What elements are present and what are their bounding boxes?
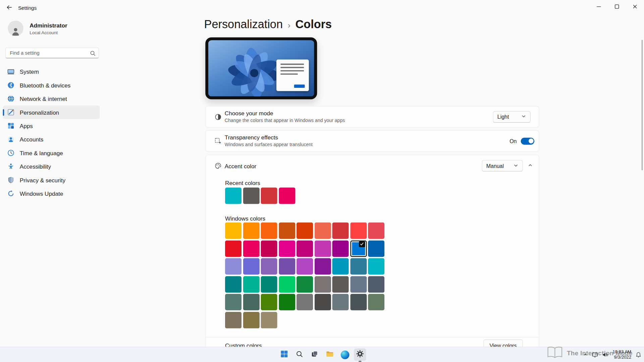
color-swatch[interactable] (261, 223, 277, 239)
window-controls (590, 0, 644, 15)
color-swatch[interactable] (350, 223, 367, 239)
transparency-subtitle: Windows and surfaces appear translucent (225, 142, 313, 147)
color-swatch[interactable] (243, 188, 259, 204)
color-swatch[interactable] (279, 294, 295, 310)
color-swatch[interactable] (225, 276, 241, 292)
start-button[interactable] (278, 349, 290, 361)
sidebar-item-time-language[interactable]: Time & language (3, 146, 100, 160)
back-button[interactable] (3, 2, 16, 14)
network-tray-icon[interactable] (592, 352, 598, 358)
color-swatch[interactable] (279, 258, 295, 275)
clock[interactable]: 10:03 AM 9/3/2022 (612, 349, 631, 360)
color-swatch[interactable] (225, 312, 241, 328)
sidebar-item-windows-update[interactable]: Windows Update (3, 187, 100, 200)
color-swatch[interactable] (368, 294, 384, 310)
titlebar: Settings (0, 0, 644, 16)
color-swatch[interactable] (243, 294, 259, 310)
color-swatch[interactable] (332, 240, 349, 257)
color-swatch[interactable] (261, 276, 277, 292)
color-swatch[interactable] (368, 240, 384, 257)
sidebar-item-apps[interactable]: Apps (3, 119, 100, 132)
color-swatch[interactable] (350, 276, 367, 292)
sidebar-item-system[interactable]: System (3, 65, 100, 78)
volume-tray-icon[interactable] (602, 352, 608, 358)
color-swatch[interactable] (279, 276, 295, 292)
book-icon (547, 346, 563, 361)
sidebar-item-label: Network & internet (20, 96, 67, 102)
color-swatch[interactable] (332, 258, 349, 275)
sidebar-item-bluetooth-devices[interactable]: Bluetooth & devices (3, 78, 100, 92)
color-swatch[interactable] (368, 258, 384, 275)
color-swatch[interactable] (314, 223, 331, 239)
color-swatch[interactable] (225, 188, 241, 204)
search-input[interactable] (6, 48, 99, 58)
color-swatch[interactable] (243, 258, 259, 275)
sidebar-item-personalization[interactable]: Personalization (3, 106, 100, 119)
color-swatch[interactable] (279, 223, 295, 239)
taskbar-search-button[interactable] (293, 349, 306, 361)
sidebar-item-privacy-security[interactable]: Privacy & security (3, 173, 100, 187)
task-view-button[interactable] (308, 349, 321, 361)
close-button[interactable] (626, 0, 644, 15)
account-header[interactable]: Administrator Local Account (8, 20, 67, 36)
color-swatch[interactable] (350, 258, 367, 275)
color-swatch[interactable] (314, 294, 331, 310)
color-swatch[interactable] (243, 223, 259, 239)
settings-taskbar-button[interactable] (354, 349, 366, 361)
collapse-button[interactable] (525, 161, 536, 171)
color-swatch[interactable] (314, 258, 331, 275)
transparency-card: Transparency effects Windows and surface… (205, 130, 539, 152)
sidebar-item-label: Bluetooth & devices (20, 82, 71, 88)
notification-bell-icon[interactable] (635, 352, 641, 358)
accent-title: Accent color (225, 163, 256, 170)
color-swatch[interactable] (314, 276, 331, 292)
transparency-toggle[interactable] (521, 137, 534, 144)
file-explorer-button[interactable] (323, 349, 336, 361)
accent-mode-dropdown[interactable]: Manual (482, 160, 523, 172)
sidebar-item-accounts[interactable]: Accounts (3, 133, 100, 146)
color-swatch[interactable] (297, 258, 313, 275)
taskbar: The Interaction Mode 10:03 AM 9/3/2022 (0, 347, 644, 362)
sidebar-item-network-internet[interactable]: Network & internet (3, 92, 100, 105)
color-swatch[interactable] (261, 312, 277, 328)
color-swatch[interactable] (243, 312, 259, 328)
color-swatch[interactable] (297, 240, 313, 257)
color-swatch[interactable] (225, 294, 241, 310)
color-swatch[interactable] (368, 223, 384, 239)
minimize-button[interactable] (590, 0, 608, 15)
color-swatch[interactable] (261, 188, 277, 204)
color-swatch[interactable] (243, 240, 259, 257)
color-swatch[interactable] (261, 258, 277, 275)
color-swatch[interactable] (332, 223, 349, 239)
hidden-icons-button[interactable] (583, 352, 588, 357)
color-swatch[interactable] (297, 276, 313, 292)
choose-mode-card: Choose your mode Change the colors that … (205, 106, 539, 128)
color-swatch[interactable] (368, 276, 384, 292)
color-swatch[interactable] (297, 294, 313, 310)
color-swatch[interactable] (225, 223, 241, 239)
breadcrumb-parent[interactable]: Personalization (204, 18, 283, 31)
edge-button[interactable] (339, 349, 351, 361)
system-icon (7, 68, 14, 75)
color-swatch[interactable] (332, 276, 349, 292)
color-swatch[interactable] (261, 240, 277, 257)
color-swatch[interactable] (314, 240, 331, 257)
color-swatch[interactable] (225, 258, 241, 275)
sidebar-item-accessibility[interactable]: Accessibility (3, 160, 100, 173)
maximize-button[interactable] (608, 0, 626, 15)
color-swatch[interactable] (350, 294, 367, 310)
scrollbar-thumb[interactable] (642, 40, 643, 170)
chevron-down-icon (514, 163, 519, 169)
color-swatch[interactable] (279, 188, 295, 204)
edge-icon (340, 350, 349, 359)
color-swatch[interactable] (279, 240, 295, 257)
sidebar: Administrator Local Account System Bluet… (0, 16, 103, 347)
color-swatch[interactable] (332, 294, 349, 310)
color-swatch[interactable] (297, 223, 313, 239)
color-swatch[interactable] (243, 276, 259, 292)
accent-dropdown-value: Manual (486, 163, 504, 169)
mode-dropdown[interactable]: Light (493, 111, 531, 122)
color-swatch[interactable] (261, 294, 277, 310)
color-swatch[interactable] (225, 240, 241, 257)
color-swatch-selected[interactable] (350, 240, 367, 257)
